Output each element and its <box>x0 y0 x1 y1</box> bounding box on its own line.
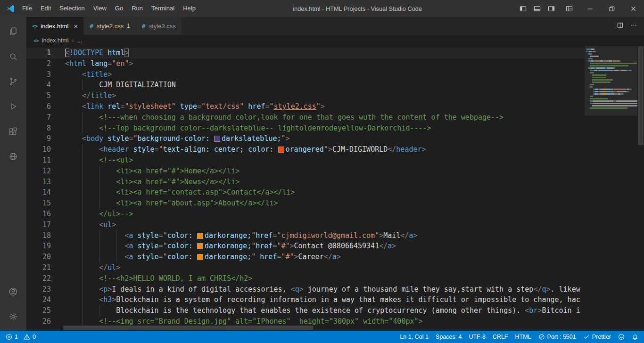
horizontal-scrollbar[interactable] <box>63 326 313 330</box>
line-number: 19 <box>26 241 51 252</box>
close-window-icon[interactable] <box>622 0 644 17</box>
source-control-icon[interactable] <box>0 69 26 94</box>
line-number: 12 <box>26 166 51 177</box>
status-label: HTML <box>515 334 531 340</box>
split-editor-icon[interactable] <box>617 22 624 31</box>
code-line-text[interactable]: <li><a href="#">Home</a></li> <box>65 166 239 177</box>
settings-icon[interactable] <box>0 304 26 329</box>
menu-view[interactable]: View <box>89 0 111 17</box>
code-line-text[interactable]: <p>I deals in a kind of digital accessor… <box>65 284 580 295</box>
code-line-text[interactable]: <li><a href="contact.asp">Contact</a></l… <box>65 187 295 198</box>
error-icon <box>6 334 12 340</box>
status-ln-1-col-1[interactable]: Ln 1, Col 1 <box>400 334 428 340</box>
code-line-text[interactable]: <!DOCTYPE html> <box>65 48 129 58</box>
status-label: UTF-8 <box>469 334 485 340</box>
code-line-text[interactable]: </ul>--> <box>65 209 133 220</box>
menu-file[interactable]: File <box>18 0 36 17</box>
layout-secondary-icon[interactable] <box>544 0 558 17</box>
close-tab-icon[interactable]: × <box>74 22 78 30</box>
vertical-scrollbar[interactable] <box>637 46 644 331</box>
error-status[interactable]: 1 <box>6 334 18 340</box>
line-number: 24 <box>26 294 51 305</box>
menu-edit[interactable]: Edit <box>36 0 55 17</box>
code-line-text[interactable]: </ul> <box>65 262 120 273</box>
tab-label: style3.css <box>149 23 176 30</box>
extensions-icon[interactable] <box>0 119 26 144</box>
code-line-text[interactable]: <li><a href="about.asp">About</a></li> <box>65 198 278 209</box>
code-line-text[interactable]: <body style="background-color: darkslate… <box>65 133 290 144</box>
status-html[interactable]: HTML <box>515 334 531 340</box>
status-label: 1 <box>15 334 18 340</box>
code-line-text[interactable]: <li><a href="#">News</a></li> <box>65 177 239 188</box>
breadcrumb-file[interactable]: index.html <box>42 37 69 44</box>
line-number: 9 <box>26 133 51 144</box>
layout-customize-icon[interactable] <box>562 0 576 17</box>
code-line-text[interactable]: CJM DIGITALIZATION <box>65 80 176 90</box>
code-line: 1<!DOCTYPE html> <box>26 48 585 58</box>
code-line-text[interactable]: <a style="color: darkorange;"href="#">Co… <box>65 241 396 252</box>
code-line-text[interactable]: <title> <box>65 69 112 80</box>
account-icon[interactable] <box>0 279 26 304</box>
code-line: 19<a style="color: darkorange;"href="#">… <box>26 241 585 252</box>
code-line-text[interactable]: <html lang="en"> <box>65 58 133 69</box>
hash-file-icon: # <box>90 23 93 30</box>
feedback-status[interactable] <box>618 334 625 340</box>
minimap[interactable] <box>585 46 637 331</box>
code-line-text[interactable]: Blockchain is the technology that enable… <box>65 305 580 316</box>
code-line-text[interactable]: <header style="text-align: center; color… <box>65 144 426 155</box>
breadcrumb[interactable]: <> index.html › ... <box>26 35 644 46</box>
menu-selection[interactable]: Selection <box>55 0 89 17</box>
run-debug-icon[interactable] <box>0 94 26 119</box>
code-line: 2<html lang="en"> <box>26 58 585 69</box>
code-line-text[interactable]: </title> <box>65 90 116 101</box>
layout-sidebar-icon[interactable] <box>516 0 530 17</box>
line-number: 18 <box>26 230 51 241</box>
code-line-text[interactable]: <!--<ul> <box>65 155 133 166</box>
code-line-text[interactable]: <!---when choosing a background color,lo… <box>65 112 504 123</box>
line-number: 10 <box>26 144 51 155</box>
menu-run[interactable]: Run <box>127 0 147 17</box>
tab-index-html[interactable]: <>index.html× <box>26 17 83 35</box>
code-line-text[interactable]: <!--Top background color--darkslateblue-… <box>65 123 431 134</box>
code-line-text[interactable]: <ul> <box>65 220 116 230</box>
tab-style2-css[interactable]: #style2.css1 <box>84 17 136 35</box>
status-label: 0 <box>33 334 36 340</box>
code-icon: <> <box>33 38 39 43</box>
menu-terminal[interactable]: Terminal <box>147 0 179 17</box>
restore-icon[interactable] <box>601 0 622 17</box>
line-number: 26 <box>26 316 51 325</box>
layout-panel-icon[interactable] <box>530 0 544 17</box>
code-line: 12<li><a href="#">Home</a></li> <box>26 166 585 177</box>
line-number: 2 <box>26 58 51 69</box>
explorer-icon[interactable] <box>0 19 26 44</box>
check-status[interactable]: Prettier <box>583 334 611 340</box>
status-utf-8[interactable]: UTF-8 <box>469 334 485 340</box>
status-spaces-4[interactable]: Spaces: 4 <box>436 334 462 340</box>
line-number: 23 <box>26 284 51 295</box>
live-preview-icon[interactable] <box>0 144 26 169</box>
line-number: 22 <box>26 273 51 284</box>
minimize-icon[interactable] <box>579 0 601 17</box>
status-crlf[interactable]: CRLF <box>493 334 508 340</box>
line-number: 5 <box>26 90 51 101</box>
code-line-text[interactable]: <link rel="stylesheet" type="text/css" h… <box>65 101 325 112</box>
code-line-text[interactable]: <!--<img src="Brand Design.jpg" alt="IPh… <box>65 316 423 325</box>
tab-style3-css[interactable]: #style3.css <box>136 17 182 35</box>
code-line-text[interactable]: <h3>Blockchain is a system of recording … <box>65 294 580 305</box>
bell-status[interactable] <box>632 334 638 340</box>
menu-go[interactable]: Go <box>111 0 127 17</box>
line-number: 14 <box>26 187 51 198</box>
warning-status[interactable]: 0 <box>24 334 36 340</box>
code-line-text[interactable]: <a style="color: darkorange;" href="#">C… <box>65 252 341 262</box>
code-editor[interactable]: 1<!DOCTYPE html>2<html lang="en">3<title… <box>26 46 644 331</box>
code-line: 9<body style="background-color: darkslat… <box>26 133 585 144</box>
status-label: CRLF <box>493 334 508 340</box>
more-actions-icon[interactable] <box>630 22 637 31</box>
breadcrumb-more[interactable]: ... <box>77 37 82 44</box>
port-status[interactable]: Port : 5501 <box>538 334 576 340</box>
code-line-text[interactable]: <a style="color: darkorange;"href="cjmdi… <box>65 230 417 241</box>
menu-help[interactable]: Help <box>179 0 200 17</box>
search-icon[interactable] <box>0 44 26 69</box>
vertical-scrollbar-thumb[interactable] <box>638 46 644 145</box>
code-line-text[interactable]: <!--<h2>HELLO WORLD, I am CHRIS</h2> <box>65 273 252 284</box>
